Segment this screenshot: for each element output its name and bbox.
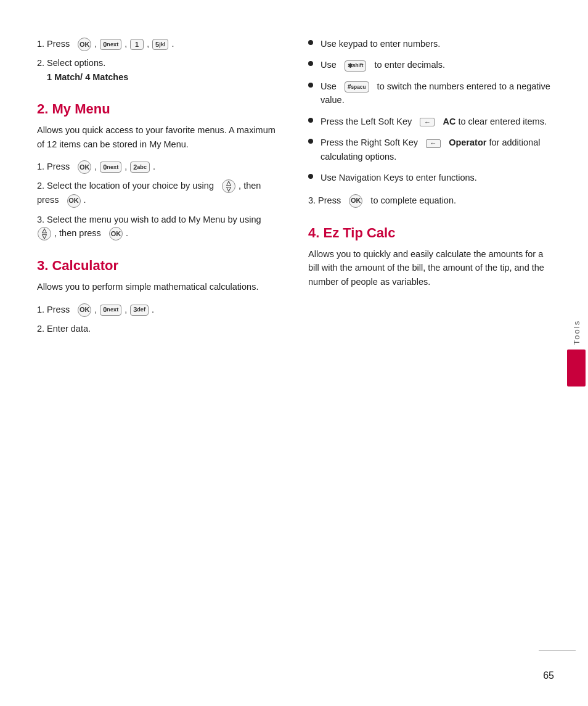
- bullet-text-5: Press the Right Soft Key ← Operator for …: [321, 136, 555, 163]
- page-container: 1. Press OK , 0next , 1 , 5jkl . 2. Sele…: [0, 0, 588, 706]
- top-steps-section: 1. Press OK , 0next , 1 , 5jkl . 2. Sele…: [37, 37, 277, 84]
- top-step-1: 1. Press OK , 0next , 1 , 5jkl .: [37, 37, 277, 51]
- bullet-item-6: Use Navigation Keys to enter functions.: [308, 171, 555, 184]
- bullet-list: Use keypad to enter numbers. Use ✱shift …: [308, 37, 555, 185]
- key-ok-mm3: OK: [109, 227, 123, 240]
- side-tab: Tools: [565, 319, 588, 386]
- calc-step2: 2. Enter data.: [37, 322, 277, 335]
- bullet-text-3: Use #spacu to switch the numbers entered…: [321, 80, 555, 107]
- left-column: 1. Press OK , 0next , 1 , 5jkl . 2. Sele…: [37, 37, 296, 669]
- my-menu-step1: 1. Press OK , 0next , 2abc .: [37, 160, 277, 174]
- calc-step1: 1. Press OK , 0next , 3def .: [37, 303, 277, 317]
- key-1-1: 1: [130, 39, 144, 50]
- side-tab-bar: [567, 350, 586, 387]
- my-menu-step3: 3. Select the menu you wish to add to My…: [37, 213, 277, 241]
- bullet-dot-2: [308, 61, 313, 66]
- key-5jkl-1: 5jkl: [152, 39, 168, 50]
- bullet-dot-6: [308, 174, 313, 179]
- bullet-text-4: Press the Left Soft Key ← AC to clear en…: [321, 115, 555, 128]
- key-0next-calc1: 0next: [100, 305, 121, 316]
- key-ok-mm1: OK: [78, 160, 91, 174]
- key-nav-mm2: △▽: [222, 179, 235, 193]
- key-ok-calc3: OK: [349, 194, 362, 208]
- bullet-item-4: Press the Left Soft Key ← AC to clear en…: [308, 115, 555, 128]
- side-tab-label: Tools: [572, 319, 581, 344]
- key-0next-mm1: 0next: [100, 162, 121, 173]
- key-left-soft: ←: [420, 118, 435, 126]
- top-step-2: 2. Select options. 1 Match/ 4 Matches: [37, 56, 277, 84]
- bullet-item-3: Use #spacu to switch the numbers entered…: [308, 80, 555, 107]
- bullet-dot-3: [308, 83, 313, 88]
- section2-title: 2. My Menu: [37, 101, 277, 117]
- match-options: 1 Match/ 4 Matches: [37, 72, 128, 82]
- bullet-item-5: Press the Right Soft Key ← Operator for …: [308, 136, 555, 163]
- key-0next-1: 0next: [100, 39, 121, 50]
- divider-line: [539, 650, 576, 651]
- key-hash-spacu: #spacu: [345, 81, 369, 92]
- key-right-soft: ←: [426, 139, 441, 148]
- key-nav-mm3: △▽: [38, 227, 51, 240]
- key-ok-1: OK: [78, 38, 91, 51]
- section-my-menu: 2. My Menu Allows you quick access to yo…: [37, 101, 277, 240]
- my-menu-step2: 2. Select the location of your choice by…: [37, 179, 277, 207]
- section3-desc: Allows you to perform simple mathematica…: [37, 280, 277, 293]
- section4-title: 4. Ez Tip Calc: [308, 225, 555, 241]
- bullet-text-6: Use Navigation Keys to enter functions.: [321, 171, 555, 184]
- key-star-shift: ✱shift: [345, 60, 367, 72]
- bullet-text-1: Use keypad to enter numbers.: [321, 37, 555, 51]
- bullet-dot-4: [308, 118, 313, 123]
- bullet-dot-5: [308, 139, 313, 144]
- section-ez-tip-calc: 4. Ez Tip Calc Allows you to quickly and…: [308, 225, 555, 289]
- operator-label: Operator: [449, 138, 486, 147]
- page-number: 65: [543, 670, 554, 681]
- section4-desc: Allows you to quickly and easily calcula…: [308, 247, 555, 289]
- section2-desc: Allows you quick access to your favorite…: [37, 123, 277, 151]
- bullet-text-2: Use ✱shift to enter decimals.: [321, 58, 555, 72]
- key-ok-calc1: OK: [78, 303, 91, 317]
- ac-label: AC: [443, 117, 455, 126]
- bullet-item-1: Use keypad to enter numbers.: [308, 37, 555, 51]
- bullet-dot-1: [308, 40, 313, 45]
- key-2abc-mm1: 2abc: [130, 162, 150, 173]
- key-3def-calc1: 3def: [130, 305, 149, 316]
- section-calculator: 3. Calculator Allows you to perform simp…: [37, 258, 277, 335]
- right-column: Use keypad to enter numbers. Use ✱shift …: [296, 37, 555, 669]
- key-ok-mm2: OK: [67, 194, 81, 208]
- section3-title: 3. Calculator: [37, 258, 277, 274]
- calc-step3: 3. Press OK to complete equation.: [308, 194, 555, 208]
- bullet-item-2: Use ✱shift to enter decimals.: [308, 58, 555, 72]
